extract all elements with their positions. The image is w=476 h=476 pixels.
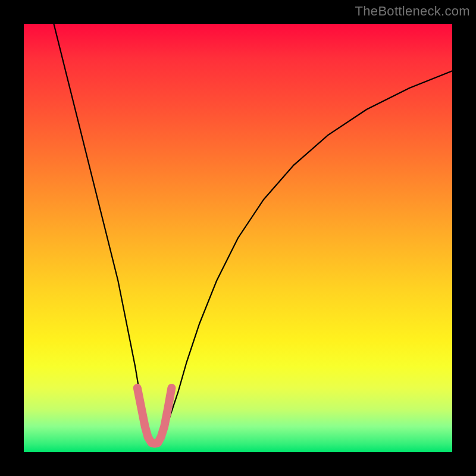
watermark-text: TheBottleneck.com [355, 4, 470, 19]
chart-frame: TheBottleneck.com [0, 0, 476, 476]
bottleneck-curve [54, 24, 452, 444]
optimal-highlight [137, 388, 172, 444]
plot-area [24, 24, 452, 452]
curve-layer [24, 24, 452, 452]
